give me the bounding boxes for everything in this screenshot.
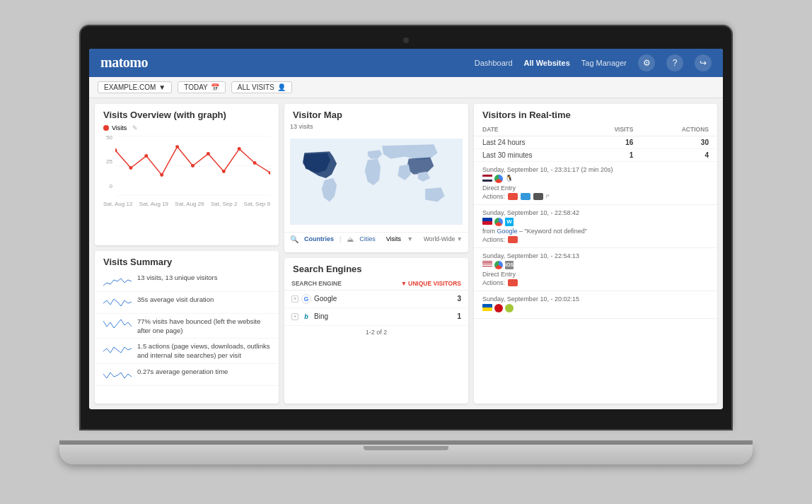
- map-tab-separator: |: [340, 235, 341, 242]
- site-selector[interactable]: EXAMPLE.COM ▼: [98, 81, 172, 93]
- calendar-icon: 📅: [211, 83, 219, 91]
- summary-item-2: 77% visits have bounced (left the websit…: [95, 314, 279, 339]
- world-map-svg: [290, 136, 463, 228]
- stat-30m-visits: 1: [558, 151, 634, 159]
- stat-30m-actions: 4: [633, 151, 709, 159]
- action-icon-blue-0: [521, 193, 530, 200]
- visitor-map-card: Visitor Map 13 visits: [284, 104, 468, 252]
- mountain-icon: ⛰: [347, 235, 354, 243]
- legend-label: Visits: [112, 124, 127, 131]
- signout-icon[interactable]: ↪: [695, 54, 712, 71]
- actions-label-0: Actions:: [482, 193, 505, 200]
- chart-y-min: 0: [103, 183, 112, 189]
- search-engines-title: Search Engines: [284, 258, 468, 277]
- legend-edit-icon[interactable]: ✎: [132, 124, 138, 131]
- map-tab-cities[interactable]: Cities: [359, 235, 376, 242]
- map-visits-label: 13 visits: [284, 123, 468, 133]
- nav-tag-manager[interactable]: Tag Manager: [581, 59, 627, 67]
- summary-item-4: 0.27s average generation time: [95, 364, 279, 386]
- expand-bing[interactable]: +: [291, 313, 298, 320]
- se-col-engine: SEARCH ENGINE: [291, 280, 342, 287]
- svg-point-5: [144, 154, 148, 158]
- visitor-icons-0: 🐧: [482, 175, 709, 183]
- x-label-2: Sat, Aug 26: [175, 201, 204, 207]
- sparkline-1: [103, 295, 132, 310]
- search-icon: 🔍: [290, 235, 298, 243]
- gear-icon[interactable]: ⚙: [638, 54, 655, 71]
- svg-point-9: [207, 152, 210, 156]
- chart-area: 50 25 0: [95, 134, 279, 201]
- help-icon[interactable]: ?: [666, 54, 683, 71]
- nav-all-websites[interactable]: All Websites: [524, 59, 570, 67]
- google-logo-icon: G: [301, 294, 311, 304]
- stat-row-24h: Last 24 hours 16 30: [474, 136, 717, 149]
- timestamp-1: Sunday, September 10, - 22:58:42: [482, 209, 709, 216]
- right-panel: Visitors in Real-time DATE VISITS ACTION…: [474, 104, 717, 404]
- x-label-1: Sat, Aug 19: [139, 201, 168, 207]
- se-pagination: 1-2 of 2: [284, 326, 468, 339]
- realtime-stats-header: DATE VISITS ACTIONS: [474, 123, 717, 136]
- se-bing-label: Bing: [314, 312, 328, 320]
- segment-selector[interactable]: ALL VISITS 👤: [231, 81, 292, 93]
- actions-0: Actions: i*: [482, 193, 709, 200]
- visits-summary-title: Visits Summary: [95, 251, 279, 270]
- legend-dot: [103, 125, 109, 131]
- flag-usa: [482, 261, 492, 268]
- visitor-icons-1: W: [482, 218, 709, 226]
- realtime-card: Visitors in Real-time DATE VISITS ACTION…: [474, 104, 717, 404]
- app-logo: matomo: [100, 54, 148, 71]
- svg-point-11: [238, 147, 241, 151]
- realtime-title: Visitors in Real-time: [474, 104, 717, 123]
- action-icon-red-1: [508, 236, 518, 243]
- expand-google[interactable]: +: [291, 295, 298, 303]
- map-tab-countries[interactable]: Countries: [304, 235, 334, 242]
- site-label: EXAMPLE.COM: [104, 83, 156, 91]
- nav-dashboard[interactable]: Dashboard: [475, 59, 513, 67]
- app-container: matomo Dashboard All Websites Tag Manage…: [89, 49, 723, 409]
- windows-icon: W: [505, 218, 514, 226]
- period-selector[interactable]: TODAY 📅: [178, 81, 226, 93]
- flag-philippines: [482, 218, 492, 225]
- metric-label: Visits: [386, 235, 401, 242]
- sparkline-3: [103, 341, 132, 357]
- x-label-3: Sat, Sep 2: [211, 201, 237, 207]
- map-tabs: 🔍 Countries | ⛰ Cities: [290, 235, 376, 243]
- col-actions: ACTIONS: [633, 123, 709, 136]
- google-source-link[interactable]: Google: [497, 228, 518, 235]
- sparkline-2: [103, 317, 132, 332]
- chart-y-mid: 25: [103, 158, 112, 165]
- col-visits: VISITS: [558, 123, 634, 136]
- stat-24h-actions: 30: [633, 139, 709, 146]
- sparkline-4: [103, 367, 132, 382]
- svg-point-4: [129, 166, 132, 170]
- col-date: DATE: [482, 123, 558, 136]
- summary-item-3: 1.5 actions (page views, downloads, outl…: [95, 339, 279, 364]
- actions-label-1: Actions:: [482, 236, 505, 243]
- summary-text-4: 0.27s average generation time: [137, 367, 228, 376]
- opera-icon: [494, 304, 503, 312]
- period-label: TODAY: [184, 83, 208, 91]
- source-0: Direct Entry: [482, 184, 709, 192]
- metric-dropdown-icon[interactable]: ▼: [407, 235, 413, 242]
- stat-row-30m: Last 30 minutes 1 4: [474, 149, 717, 162]
- flag-ukraine: [482, 304, 492, 311]
- stat-24h-visits: 16: [558, 139, 634, 146]
- summary-item-0: 13 visits, 13 unique visitors: [95, 270, 279, 292]
- segment-icon: 👤: [277, 83, 286, 91]
- region-dropdown-icon[interactable]: ▼: [457, 235, 463, 242]
- left-panel: Visits Overview (with graph) Visits ✎ 50: [95, 104, 279, 404]
- visits-overview-card: Visits Overview (with graph) Visits ✎ 50: [95, 104, 279, 245]
- visitor-entry-3: Sunday, September 10, - 20:02:15: [474, 291, 717, 319]
- svg-point-10: [222, 169, 226, 172]
- action-icon-red-2: [508, 279, 518, 286]
- visitor-map-title: Visitor Map: [284, 104, 468, 123]
- actions-1: Actions:: [482, 236, 709, 243]
- timestamp-0: Sunday, September 10, - 23:31:17 (2 min …: [482, 166, 709, 173]
- se-row-bing: + b Bing 1: [284, 308, 468, 326]
- sub-nav: EXAMPLE.COM ▼ TODAY 📅 ALL VISITS 👤: [89, 77, 723, 98]
- main-content: Visits Overview (with graph) Visits ✎ 50: [89, 98, 723, 409]
- stat-30m-label: Last 30 minutes: [482, 151, 558, 159]
- laptop-camera: [403, 37, 409, 43]
- se-google-count: 3: [457, 295, 461, 303]
- site-dropdown-icon: ▼: [158, 83, 166, 91]
